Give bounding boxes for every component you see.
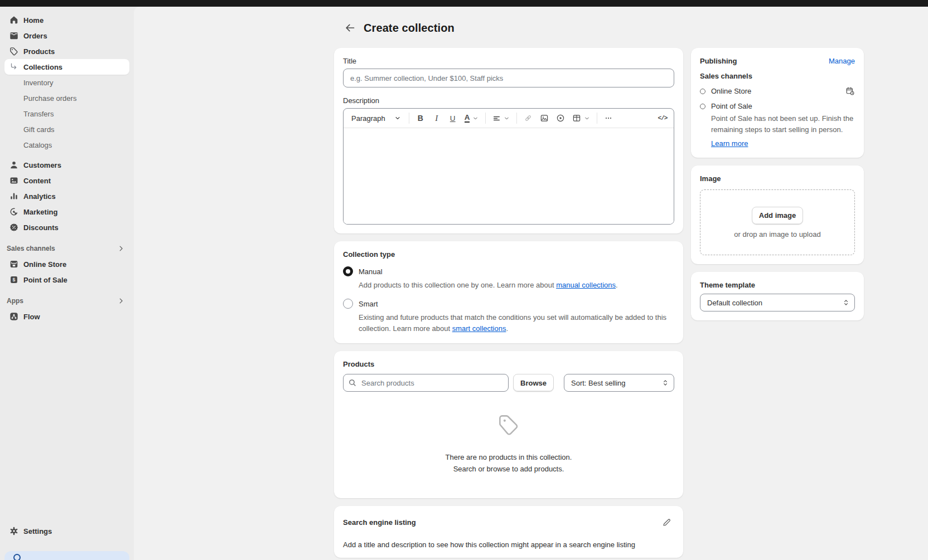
sidebar-item-orders[interactable]: Orders xyxy=(4,28,129,43)
toolbar-divider xyxy=(597,113,597,124)
theme-template-heading: Theme template xyxy=(700,281,855,289)
search-products-input[interactable] xyxy=(343,374,509,392)
show-html-button[interactable]: </> xyxy=(655,110,670,126)
sidebar-item-analytics[interactable]: Analytics xyxy=(4,188,129,204)
image-icon xyxy=(540,114,549,123)
pos-setup-note: Point of Sale has not been set up. Finis… xyxy=(711,113,855,135)
channel-circle-icon xyxy=(700,104,705,109)
back-button[interactable] xyxy=(342,20,358,36)
sidebar-item-label: Collections xyxy=(23,63,62,71)
italic-button[interactable]: I xyxy=(429,110,444,126)
sidebar-item-gift-cards[interactable]: Gift cards xyxy=(4,121,129,137)
chevron-right-icon xyxy=(117,245,125,252)
table-icon xyxy=(572,114,581,123)
channel-label: Online Store xyxy=(711,87,751,95)
table-button[interactable] xyxy=(569,110,593,126)
sidebar-item-marketing[interactable]: Marketing xyxy=(4,204,129,220)
sort-select[interactable]: Sort: Best selling xyxy=(564,374,674,392)
sidebar-item-label: Products xyxy=(23,47,55,56)
chevron-down-icon xyxy=(584,115,590,121)
online-store-icon xyxy=(9,259,19,269)
orders-icon xyxy=(9,31,19,41)
sidebar-item-purchase-orders[interactable]: Purchase orders xyxy=(4,90,129,106)
more-options-button[interactable] xyxy=(601,110,616,126)
theme-template-select[interactable]: Default collection xyxy=(700,294,855,311)
manual-collections-link[interactable]: manual collections xyxy=(556,281,616,289)
sidebar-section-sales-channels[interactable]: Sales channels xyxy=(4,241,129,256)
sidebar-item-collections[interactable]: Collections xyxy=(4,59,129,75)
sidebar-item-customers[interactable]: Customers xyxy=(4,157,129,173)
paragraph-style-label: Paragraph xyxy=(351,114,385,123)
toolbar-divider xyxy=(409,113,409,124)
channel-row-online-store: Online Store xyxy=(700,86,855,96)
chevron-down-icon xyxy=(504,115,510,121)
sidebar-item-label: Online Store xyxy=(23,260,66,269)
products-heading: Products xyxy=(343,360,674,368)
sidebar-item-flow[interactable]: Flow xyxy=(4,309,129,324)
main-column: Title Description Paragraph B I U xyxy=(334,48,683,558)
content-icon xyxy=(9,176,19,186)
smart-collections-link[interactable]: smart collections xyxy=(452,324,506,333)
seo-heading: Search engine listing xyxy=(343,518,416,527)
collection-type-heading: Collection type xyxy=(343,250,674,259)
sidebar-item-inventory[interactable]: Inventory xyxy=(4,75,129,90)
sales-channels-subheading: Sales channels xyxy=(700,72,855,80)
sidebar-bottom-banner[interactable] xyxy=(4,551,129,560)
sidebar-item-content[interactable]: Content xyxy=(4,173,129,188)
updown-chevron-icon xyxy=(842,299,850,306)
smart-radio-row[interactable]: Smart xyxy=(343,299,674,309)
section-label: Sales channels xyxy=(7,245,55,252)
add-image-button[interactable]: Add image xyxy=(752,207,803,225)
sidebar-section-apps[interactable]: Apps xyxy=(4,293,129,309)
chevron-down-icon xyxy=(472,115,478,121)
seo-card: Search engine listing Add a title and de… xyxy=(334,506,683,558)
insert-image-button[interactable] xyxy=(536,110,552,126)
sidebar-item-transfers[interactable]: Transfers xyxy=(4,106,129,121)
manage-link[interactable]: Manage xyxy=(829,57,855,65)
underline-button[interactable]: U xyxy=(445,110,461,126)
learn-more-link[interactable]: Learn more xyxy=(711,139,748,148)
drop-hint-text: or drop an image to upload xyxy=(734,230,820,238)
alignment-button[interactable] xyxy=(489,110,513,126)
smart-description: Existing and future products that match … xyxy=(359,312,674,334)
sidebar-item-label: Transfers xyxy=(23,110,54,118)
calendar-clock-icon[interactable] xyxy=(845,86,855,96)
sidebar-item-catalogs[interactable]: Catalogs xyxy=(4,137,129,153)
image-heading: Image xyxy=(700,174,855,183)
title-description-card: Title Description Paragraph B I U xyxy=(334,48,683,233)
paragraph-style-dropdown[interactable]: Paragraph xyxy=(347,110,405,126)
point-of-sale-icon: $ xyxy=(9,275,19,285)
banner-circle-icon xyxy=(13,554,21,560)
title-input[interactable] xyxy=(343,69,674,87)
bold-button[interactable]: B xyxy=(413,110,428,126)
sidebar-item-settings[interactable]: Settings xyxy=(4,523,129,539)
browse-button[interactable]: Browse xyxy=(513,374,554,392)
description-textarea[interactable] xyxy=(344,128,674,224)
image-dropzone[interactable]: Add image or drop an image to upload xyxy=(700,189,855,255)
home-icon xyxy=(9,15,19,25)
collection-type-card: Collection type Manual Add products to t… xyxy=(334,241,683,343)
link-icon xyxy=(524,114,533,123)
channel-label: Point of Sale xyxy=(711,102,752,110)
insert-video-button[interactable] xyxy=(553,110,568,126)
sidebar-item-discounts[interactable]: Discounts xyxy=(4,220,129,235)
manual-radio-row[interactable]: Manual xyxy=(343,266,674,276)
dots-horizontal-icon xyxy=(604,114,613,123)
theme-template-card: Theme template Default collection xyxy=(691,272,864,320)
smart-radio[interactable] xyxy=(343,299,353,309)
text-color-button[interactable]: A xyxy=(461,110,482,126)
sidebar-item-label: Purchase orders xyxy=(23,94,76,103)
sidebar-item-online-store[interactable]: Online Store xyxy=(4,256,129,272)
search-products-wrap xyxy=(343,374,509,392)
manual-radio[interactable] xyxy=(343,266,353,276)
edit-seo-button[interactable] xyxy=(659,515,674,530)
sub-arrow-icon xyxy=(9,62,19,72)
sidebar-item-point-of-sale[interactable]: $ Point of Sale xyxy=(4,272,129,288)
sidebar-item-home[interactable]: Home xyxy=(4,12,129,28)
side-column: Publishing Manage Sales channels Online … xyxy=(691,48,864,320)
sidebar-item-label: Discounts xyxy=(23,223,59,232)
sidebar-item-label: Point of Sale xyxy=(23,276,67,284)
discounts-icon xyxy=(9,222,19,232)
sidebar-item-products[interactable]: Products xyxy=(4,43,129,59)
link-button[interactable] xyxy=(520,110,536,126)
